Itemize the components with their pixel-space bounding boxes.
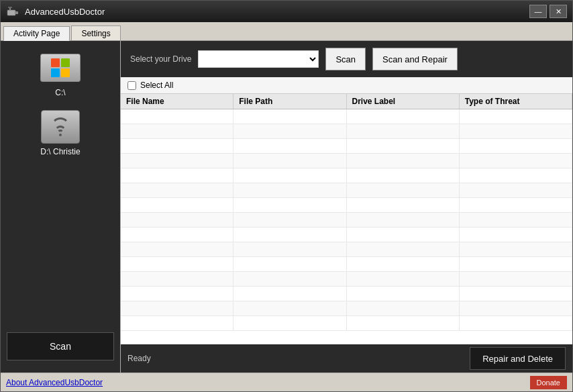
wifi-dot: [59, 134, 62, 136]
table-body: [121, 109, 572, 344]
table-row: [121, 183, 572, 198]
table-row: [121, 287, 572, 301]
minimize-button[interactable]: —: [529, 5, 547, 18]
tab-settings[interactable]: Settings: [71, 26, 120, 40]
win-logo-green: [61, 58, 70, 67]
hdd-body-c: [40, 54, 81, 82]
close-button[interactable]: ✕: [550, 5, 567, 18]
table-row: [121, 154, 572, 168]
main-content: C:\ D:\ Christie: [1, 41, 572, 373]
table-row: [121, 168, 572, 183]
main-window: AdvancedUsbDoctor — ✕ Activity Page Sett…: [0, 0, 573, 392]
title-bar: AdvancedUsbDoctor — ✕: [1, 1, 572, 22]
table-row: [121, 257, 572, 272]
status-bar: Ready Repair and Delete: [121, 344, 572, 373]
footer: About AdvancedUsbDoctor Donate: [1, 373, 572, 391]
sidebar-bottom: Scan: [1, 327, 120, 366]
drive-label-c: C:\: [55, 88, 65, 97]
about-link[interactable]: About AdvancedUsbDoctor: [6, 378, 103, 387]
col-drive-label: Drive Label: [347, 94, 460, 109]
title-bar-left: AdvancedUsbDoctor: [6, 5, 105, 18]
table-row: [121, 198, 572, 213]
table-row: [121, 139, 572, 154]
win-logo-red: [51, 58, 60, 67]
window-title: AdvancedUsbDoctor: [25, 7, 105, 17]
col-file-path: File Path: [233, 94, 346, 109]
svg-rect-1: [15, 11, 18, 14]
sidebar-scan-button[interactable]: Scan: [7, 332, 114, 360]
drive-icon-c: [37, 48, 84, 88]
drive-item-c[interactable]: C:\: [37, 48, 84, 97]
col-threat-type: Type of Threat: [460, 94, 572, 109]
app-icon: [6, 5, 19, 18]
win-logo-blue: [51, 68, 60, 77]
table-row: [121, 228, 572, 242]
scan-button[interactable]: Scan: [325, 48, 366, 70]
scan-repair-button[interactable]: Scan and Repair: [372, 48, 458, 70]
select-all-checkbox[interactable]: [127, 81, 136, 90]
drive-label-d: D:\ Christie: [40, 147, 80, 156]
status-text: Ready: [127, 354, 470, 363]
drive-item-d[interactable]: D:\ Christie: [37, 107, 84, 156]
drive-select[interactable]: [198, 50, 319, 68]
select-drive-label: Select your Drive: [130, 54, 191, 64]
svg-rect-3: [8, 7, 12, 8]
svg-rect-0: [7, 10, 15, 15]
windows-logo: [51, 58, 70, 77]
window-controls: — ✕: [529, 5, 567, 18]
col-file-name: File Name: [121, 94, 233, 109]
wifi-symbol: [51, 117, 70, 136]
donate-button[interactable]: Donate: [530, 376, 567, 389]
table-row: [121, 124, 572, 139]
table-row: [121, 316, 572, 331]
sidebar: C:\ D:\ Christie: [1, 41, 120, 373]
drive-icon-d: [37, 107, 84, 147]
repair-delete-button[interactable]: Repair and Delete: [470, 347, 566, 370]
right-panel: Select your Drive Scan Scan and Repair S…: [120, 41, 572, 373]
tab-bar: Activity Page Settings: [1, 22, 572, 41]
win-logo-yellow: [61, 68, 70, 77]
table-header: File Name File Path Drive Label Type of …: [121, 94, 572, 109]
table-row: [121, 213, 572, 228]
table-row: [121, 272, 572, 287]
table-row: [121, 109, 572, 124]
table-row: [121, 301, 572, 316]
usb-drive-body: [41, 110, 80, 144]
select-all-label: Select All: [140, 81, 173, 90]
select-all-bar: Select All: [121, 77, 572, 94]
toolbar: Select your Drive Scan Scan and Repair: [121, 41, 572, 77]
table-row: [121, 242, 572, 257]
tab-activity[interactable]: Activity Page: [3, 26, 70, 41]
